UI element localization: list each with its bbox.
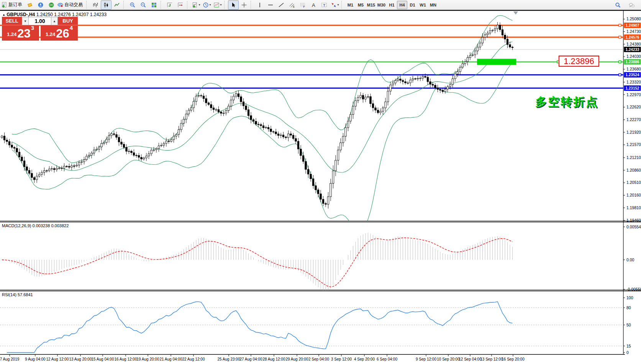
sell-button[interactable]: SELL	[2, 17, 22, 25]
candle	[325, 203, 326, 204]
channel-icon: E	[289, 2, 295, 8]
candle	[337, 150, 339, 161]
periods-button[interactable]: ▾	[202, 0, 212, 10]
candle	[492, 30, 493, 31]
candle	[153, 150, 154, 150]
text-button[interactable]: A	[308, 0, 319, 10]
volume-increase-button[interactable]: ▲	[51, 17, 58, 25]
trendline-button[interactable]	[276, 0, 287, 10]
templates-button[interactable]: ▾	[212, 0, 223, 10]
candle	[230, 100, 232, 106]
candle	[245, 106, 247, 110]
fibonacci-button[interactable]: F	[297, 0, 308, 10]
templates-icon	[213, 2, 220, 8]
tile-windows-button[interactable]	[149, 0, 159, 10]
chart-canvas[interactable]: 1.250801.247301.243801.240301.236801.233…	[0, 0, 641, 364]
ohlc-values: 1.24250 1.24276 1.24207 1.24233	[36, 12, 107, 17]
timeframe-w1-button[interactable]: W1	[418, 1, 428, 9]
chinese-annotation-text[interactable]: 多空转折点	[535, 94, 598, 110]
buy-price[interactable]: 1.24 26 4	[41, 25, 78, 41]
line-handle[interactable]	[619, 24, 621, 26]
label-button[interactable]: T	[319, 0, 330, 10]
community-button[interactable]	[35, 0, 46, 10]
timeframe-d1-button[interactable]: D1	[407, 1, 418, 9]
auto-scroll-button[interactable]	[164, 0, 175, 10]
svg-text:F: F	[303, 5, 305, 8]
sell-price[interactable]: 1.24 23 3	[2, 25, 39, 41]
line-handle[interactable]	[619, 61, 621, 63]
buy-button[interactable]: BUY	[58, 17, 78, 25]
chart-symbol-header: ▲ GBPUSD-,H4 1.24250 1.24276 1.24207 1.2…	[2, 12, 107, 17]
candle	[228, 106, 229, 111]
cursor-button[interactable]	[228, 0, 239, 10]
channel-button[interactable]: E	[287, 0, 297, 10]
support-zone-rectangle[interactable]	[477, 59, 516, 65]
autotrade-button[interactable]: 自动交易	[57, 0, 85, 10]
vline-button[interactable]	[254, 0, 265, 10]
date-label: 7 Aug 2019	[0, 357, 20, 361]
date-axis: 7 Aug 20199 Aug 04:0012 Aug 12:0013 Aug …	[0, 354, 525, 361]
search-button[interactable]	[613, 1, 623, 10]
candle	[36, 176, 38, 180]
volume-decrease-button[interactable]: ▼	[22, 17, 29, 25]
timeframe-m5-button[interactable]: M5	[356, 1, 366, 9]
sell-price-prefix: 1.24	[7, 30, 16, 39]
candle	[265, 127, 267, 128]
zoom-out-button[interactable]	[138, 0, 149, 10]
bar-chart-icon	[92, 2, 98, 8]
candle	[48, 169, 50, 171]
scroll-position-marker	[513, 11, 518, 15]
candle	[499, 25, 501, 30]
timeframe-m30-button[interactable]: M30	[376, 1, 387, 9]
candle	[200, 95, 202, 96]
timeframe-h4-button[interactable]: H4	[397, 1, 407, 9]
indicators-button[interactable]: ▾	[191, 0, 202, 10]
timeframe-m1-button[interactable]: M1	[345, 1, 356, 9]
candlestick-button[interactable]	[101, 0, 111, 10]
chat-button[interactable]	[626, 1, 637, 10]
candle	[472, 55, 473, 56]
candle	[23, 161, 25, 167]
bollinger-middle-band	[12, 42, 513, 172]
price-tick-label: 1.20510	[626, 180, 641, 185]
candle	[185, 114, 187, 119]
line-handle[interactable]	[619, 74, 621, 76]
line-chart-button[interactable]	[111, 0, 122, 10]
candle	[46, 171, 48, 171]
line-handle[interactable]	[619, 36, 621, 38]
candle	[442, 90, 443, 92]
candle	[16, 148, 18, 152]
shift-chart-button[interactable]	[175, 0, 186, 10]
candle	[248, 110, 249, 116]
hline-button[interactable]	[265, 0, 276, 10]
crosshair-button[interactable]	[239, 0, 249, 10]
timeframe-h1-button[interactable]: H1	[387, 1, 397, 9]
candle	[91, 153, 92, 155]
candle	[31, 173, 33, 177]
date-label: 12 Sep 04:00	[459, 357, 482, 361]
collapse-triangle-icon[interactable]: ▲	[2, 13, 5, 16]
candle	[18, 152, 20, 157]
price-callout-box[interactable]: 1.23896	[559, 56, 599, 67]
timeframe-mn-button[interactable]: MN	[428, 1, 438, 9]
candle	[53, 169, 55, 170]
toolbar-separator	[341, 1, 344, 9]
candle	[449, 85, 451, 87]
ticket-icon	[27, 2, 33, 8]
candle	[484, 35, 486, 38]
price-tick-label: 1.21570	[626, 142, 641, 147]
candle	[116, 134, 117, 137]
ticket-button[interactable]	[25, 0, 35, 10]
bar-chart-button[interactable]	[90, 0, 101, 10]
zoom-in-button[interactable]	[127, 0, 138, 10]
candle	[26, 167, 28, 171]
new-order-button[interactable]: 新订单	[1, 0, 25, 10]
candle	[88, 155, 90, 156]
timeframe-m15-button[interactable]: M15	[366, 1, 376, 9]
signals-button[interactable]	[46, 0, 57, 10]
candle	[509, 44, 511, 47]
volume-input[interactable]: 1.00	[29, 17, 51, 25]
candle	[412, 79, 413, 80]
arrows-button[interactable]: ▾	[330, 0, 340, 10]
price-tick-label: 1.24730	[626, 29, 641, 34]
